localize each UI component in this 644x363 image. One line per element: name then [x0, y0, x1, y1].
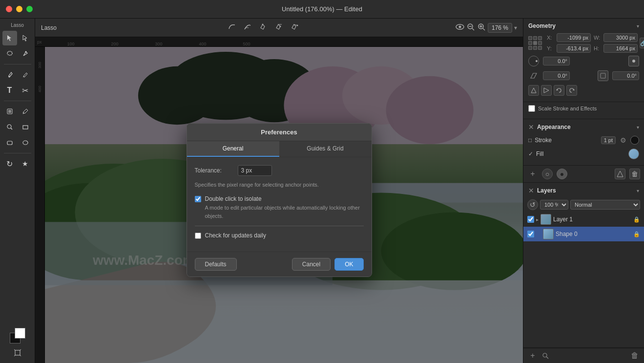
flip-horizontal-btn[interactable]: [541, 85, 552, 96]
layer-1-item[interactable]: ▸ Layer 1 🔒: [523, 212, 644, 227]
lasso-tool[interactable]: [2, 46, 17, 61]
color-swatch[interactable]: [10, 328, 25, 343]
shape-0-name: Shape 0: [556, 231, 631, 237]
appearance-close-btn[interactable]: ✕: [528, 123, 534, 131]
blend-mode-select[interactable]: Normal: [570, 200, 640, 210]
mask-btn[interactable]: [615, 169, 625, 179]
tab-guides-grid[interactable]: Guides & Grid: [279, 141, 372, 157]
updates-checkbox[interactable]: [195, 233, 201, 239]
layer-1-expand-icon[interactable]: ▸: [536, 217, 539, 222]
double-click-checkbox[interactable]: [195, 196, 201, 202]
stroke-settings-btn[interactable]: ⚙: [619, 136, 627, 145]
type-tool[interactable]: T: [2, 83, 17, 98]
shape-0-visibility[interactable]: [527, 231, 534, 237]
minimize-button[interactable]: [16, 6, 22, 12]
transform-row: [523, 83, 644, 98]
lasso-option-2[interactable]: [242, 22, 253, 34]
zoom-value[interactable]: 176 %: [488, 23, 512, 33]
rotate-tool[interactable]: ↻: [2, 156, 17, 171]
add-layer-btn[interactable]: +: [527, 350, 538, 361]
stroke-visible-icon: □: [528, 137, 532, 144]
stroke-value[interactable]: 1 pt: [601, 136, 616, 144]
ellipse-tool[interactable]: [18, 135, 33, 150]
geometry-header[interactable]: Geometry ▾: [523, 19, 644, 32]
fill-tool[interactable]: [2, 104, 17, 119]
visibility-toggle[interactable]: [456, 22, 464, 33]
svg-line-9: [11, 128, 12, 129]
window-title: Untitled (176.00%) — Edited: [282, 5, 362, 13]
svg-point-22: [296, 24, 298, 26]
eyedropper-tool[interactable]: [18, 104, 33, 119]
star-tool[interactable]: ★: [18, 156, 33, 171]
lasso-option-5[interactable]: [289, 22, 300, 34]
shear-row: [523, 68, 644, 83]
appearance-header[interactable]: ✕ Appearance ▾: [523, 119, 644, 134]
layers-collapse-icon: ▾: [637, 188, 639, 193]
scale-stroke-label: Scale Stroke and Effects: [538, 106, 597, 111]
rect-tool[interactable]: [18, 120, 33, 134]
scissors-tool[interactable]: ✂: [18, 83, 33, 98]
y-input[interactable]: [557, 44, 591, 53]
redo-btn[interactable]: [566, 85, 577, 96]
select-tool[interactable]: [2, 31, 17, 45]
zoom-tool[interactable]: [2, 120, 17, 134]
rotation-dial[interactable]: [528, 56, 539, 66]
circle-appearance-btn[interactable]: ○: [542, 169, 553, 179]
tolerance-label: Tolerance:: [195, 167, 234, 174]
search-layer-btn[interactable]: [540, 350, 551, 361]
canvas-area[interactable]: px 100 200 300 400 500 300 400: [35, 37, 523, 363]
fill-color-swatch[interactable]: [628, 149, 639, 159]
scale-stroke-checkbox[interactable]: [528, 105, 535, 112]
w-input[interactable]: [603, 33, 638, 42]
cancel-button[interactable]: Cancel: [292, 258, 331, 271]
add-appearance-btn[interactable]: +: [527, 169, 538, 179]
tolerance-input[interactable]: [238, 165, 272, 176]
titlebar: Untitled (176.00%) — Edited: [0, 0, 644, 19]
opacity-select[interactable]: 100 %: [540, 200, 568, 210]
lasso-option-4[interactable]: [273, 22, 285, 34]
left-toolbar: Lasso: [0, 19, 35, 363]
brush-tool[interactable]: [2, 67, 17, 82]
defaults-button[interactable]: Defaults: [195, 258, 237, 271]
x-input[interactable]: [557, 33, 591, 42]
zoom-in-button[interactable]: [477, 22, 486, 33]
shear-icon: [528, 70, 539, 81]
layers-option-btn[interactable]: ↺: [527, 199, 538, 210]
shape-0-item[interactable]: Shape 0 🔒: [523, 227, 644, 241]
h-input[interactable]: [603, 44, 638, 53]
direct-select-tool[interactable]: [18, 31, 33, 45]
pencil-tool[interactable]: [18, 67, 33, 82]
right-panel: Geometry ▾: [523, 19, 644, 363]
lasso-option-3[interactable]: [257, 22, 269, 34]
close-button[interactable]: [6, 6, 12, 12]
rounded-rect-tool[interactable]: [2, 135, 17, 150]
layer-1-visibility[interactable]: [527, 216, 534, 223]
delete-layer-btn[interactable]: 🗑: [629, 350, 640, 361]
layer-1-thumbnail: [540, 214, 551, 225]
proportions-lock[interactable]: 🔗: [640, 38, 644, 48]
rotation-input-2[interactable]: [612, 71, 639, 80]
zoom-dropdown[interactable]: ▾: [514, 24, 517, 31]
delete-appearance-btn[interactable]: 🗑: [629, 169, 640, 179]
active-tool-name: Lasso: [41, 24, 70, 31]
tool-row-8: ↻ ★: [2, 156, 33, 171]
layers-close-btn[interactable]: ✕: [528, 187, 534, 194]
artboard-tool[interactable]: [10, 345, 25, 360]
pen-tool[interactable]: [18, 46, 33, 61]
tab-general[interactable]: General: [187, 141, 279, 157]
rotation-input[interactable]: [543, 57, 570, 65]
layers-header[interactable]: ✕ Layers ▾: [523, 183, 644, 197]
filled-circle-btn[interactable]: ●: [557, 169, 567, 179]
shear-input[interactable]: [543, 71, 570, 80]
updates-row: Check for updates daily: [195, 232, 364, 239]
ok-button[interactable]: OK: [334, 258, 363, 271]
zoom-out-button[interactable]: [466, 22, 475, 33]
flip-vertical-btn[interactable]: [528, 85, 539, 96]
maximize-button[interactable]: [26, 6, 33, 12]
undo-btn[interactable]: [554, 85, 564, 96]
svg-marker-1: [23, 35, 27, 41]
svg-line-55: [546, 357, 548, 359]
angle-dot-display: [628, 56, 639, 66]
lasso-option-1[interactable]: [226, 22, 238, 34]
stroke-color-swatch[interactable]: [630, 136, 639, 145]
